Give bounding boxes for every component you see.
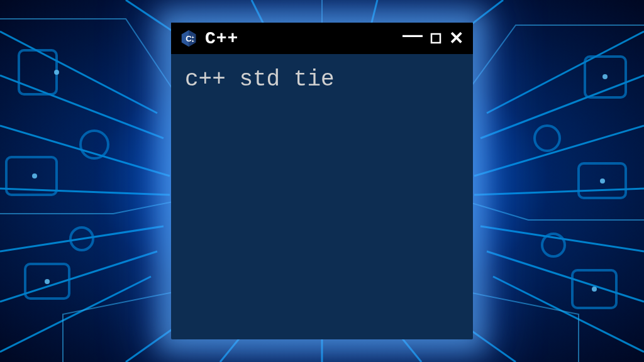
terminal-window: C + + C++ — ✕ c++ std tie — [171, 23, 473, 339]
minimize-button[interactable]: — — [401, 23, 425, 46]
svg-point-14 — [602, 74, 608, 79]
svg-text:+: + — [192, 39, 194, 43]
titlebar[interactable]: C + + C++ — ✕ — [171, 23, 473, 54]
svg-point-13 — [45, 279, 50, 284]
window-title: C++ — [205, 29, 394, 48]
window-controls: — ✕ — [401, 28, 465, 48]
maximize-button[interactable] — [428, 31, 443, 45]
svg-point-12 — [32, 173, 37, 178]
svg-point-11 — [54, 70, 59, 75]
svg-rect-22 — [431, 34, 440, 43]
content-text: c++ std tie — [185, 67, 335, 92]
close-button[interactable]: ✕ — [447, 28, 465, 48]
svg-point-15 — [600, 178, 605, 184]
svg-point-16 — [592, 287, 597, 292]
cpp-logo-icon: C + + — [179, 28, 199, 48]
terminal-content[interactable]: c++ std tie — [171, 54, 473, 105]
